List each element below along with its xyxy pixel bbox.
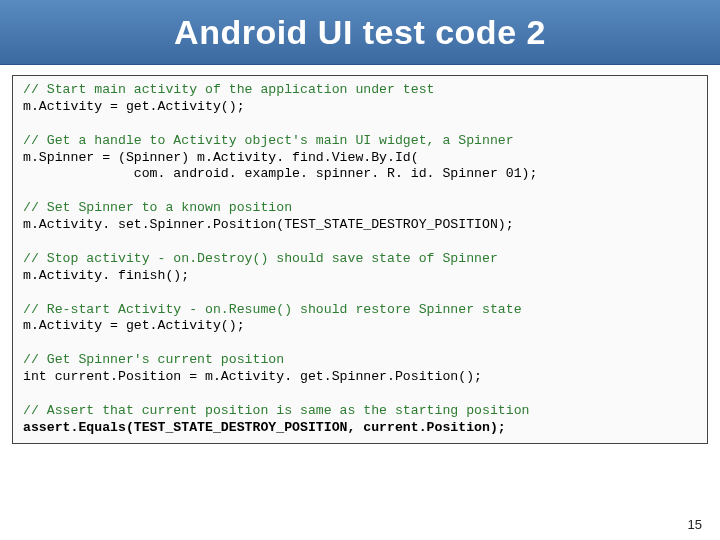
code-comment: // Set Spinner to a known position [23,200,292,215]
slide: Android UI test code 2 // Start main act… [0,0,720,540]
code-line: int current.Position = m.Activity. get.S… [23,369,482,384]
code-line-assert: assert.Equals(TEST_STATE_DESTROY_POSITIO… [23,420,506,435]
title-bar: Android UI test code 2 [0,0,720,65]
slide-title: Android UI test code 2 [174,13,546,52]
code-comment: // Get a handle to Activity object's mai… [23,133,514,148]
code-comment: // Re-start Activity - on.Resume() shoul… [23,302,522,317]
code-comment: // Start main activity of the applicatio… [23,82,435,97]
code-comment: // Assert that current position is same … [23,403,529,418]
code-line: m.Spinner = (Spinner) m.Activity. find.V… [23,150,419,165]
code-comment: // Stop activity - on.Destroy() should s… [23,251,498,266]
code-line: m.Activity. set.Spinner.Position(TEST_ST… [23,217,514,232]
code-line: m.Activity = get.Activity(); [23,318,245,333]
code-comment: // Get Spinner's current position [23,352,284,367]
code-line: com. android. example. spinner. R. id. S… [23,166,537,181]
code-line: m.Activity = get.Activity(); [23,99,245,114]
page-number: 15 [688,517,702,532]
code-line: m.Activity. finish(); [23,268,189,283]
code-block: // Start main activity of the applicatio… [12,75,708,444]
